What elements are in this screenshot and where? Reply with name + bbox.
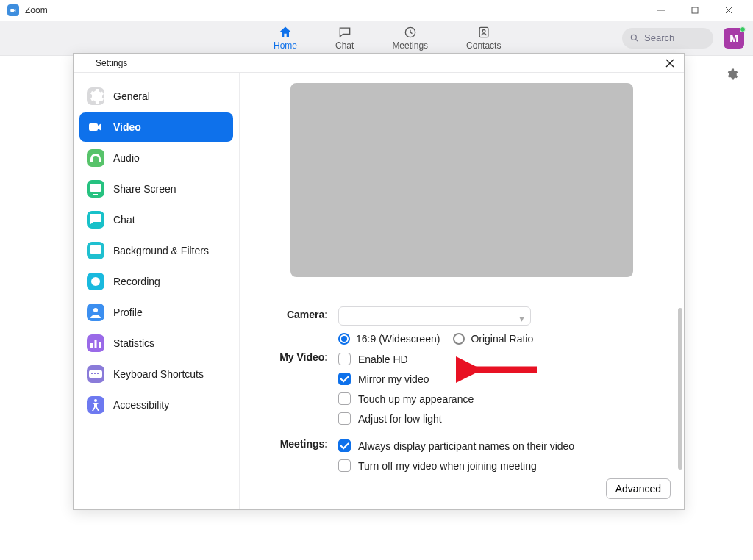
checkbox-icon — [338, 373, 351, 385]
profile-avatar[interactable]: M — [724, 28, 744, 49]
camera-label: Camera: — [260, 306, 338, 320]
statistics-icon — [87, 334, 104, 352]
ratio-original-radio[interactable]: Original Ratio — [453, 333, 533, 345]
svg-rect-20 — [95, 340, 97, 348]
sidebar-item-audio[interactable]: Audio — [79, 143, 233, 173]
meetings-names-checkbox[interactable]: Always display participant names on thei… — [338, 436, 663, 456]
settings-gear-button[interactable] — [725, 68, 738, 84]
checkbox-icon — [338, 392, 351, 405]
ratio-widescreen-radio[interactable]: 16:9 (Widescreen) — [338, 333, 440, 345]
sidebar-item-accessibility[interactable]: Accessibility — [79, 390, 233, 420]
sidebar-item-label: Statistics — [113, 337, 154, 349]
myvideo-mirror-checkbox[interactable]: Mirror my video — [338, 369, 663, 389]
sidebar-item-label: Profile — [113, 306, 143, 318]
sidebar-item-label: Accessibility — [113, 399, 169, 411]
svg-rect-23 — [91, 373, 93, 374]
profile-icon — [87, 304, 104, 321]
clock-icon — [403, 25, 418, 40]
meetings-videooff-label: Turn off my video when joining meeting — [358, 460, 537, 472]
sidebar-item-profile[interactable]: Profile — [79, 298, 233, 327]
settings-modal-header: Settings — [74, 54, 684, 73]
accessibility-icon — [87, 396, 104, 414]
video-icon — [87, 118, 104, 136]
radio-icon — [453, 333, 465, 345]
video-preview — [290, 83, 633, 277]
settings-close-button[interactable] — [663, 57, 677, 70]
bgfilters-icon — [87, 242, 104, 259]
contacts-icon — [477, 25, 491, 40]
svg-point-7 — [482, 30, 485, 33]
svg-rect-13 — [89, 123, 98, 131]
settings-modal-title: Settings — [96, 58, 127, 68]
myvideo-lowlight-checkbox[interactable]: Adjust for low light — [338, 409, 663, 428]
sidebar-item-label: General — [113, 90, 150, 102]
zoom-app-icon — [7, 4, 19, 16]
myvideo-hd-checkbox[interactable]: Enable HD — [338, 349, 663, 369]
share-icon — [87, 180, 104, 198]
meetings-names-label: Always display participant names on thei… — [358, 440, 574, 452]
sidebar-item-label: Chat — [113, 214, 135, 226]
shortcuts-icon — [87, 365, 104, 383]
advanced-button[interactable]: Advanced — [606, 478, 671, 499]
sidebar-item-shortcuts[interactable]: Keyboard Shortcuts — [79, 359, 233, 389]
myvideo-mirror-label: Mirror my video — [358, 373, 429, 385]
search-box[interactable]: Search — [622, 28, 713, 49]
home-icon — [278, 25, 293, 40]
myvideo-lowlight-label: Adjust for low light — [358, 413, 442, 425]
recording-icon — [87, 273, 104, 290]
svg-rect-24 — [94, 373, 96, 374]
svg-line-9 — [636, 39, 638, 41]
general-icon — [87, 87, 104, 105]
nav-meetings[interactable]: Meetings — [392, 25, 428, 51]
checkbox-icon — [338, 439, 351, 452]
sidebar-item-label: Share Screen — [113, 183, 176, 195]
window-minimize-button[interactable] — [644, 0, 678, 21]
checkbox-icon — [338, 459, 351, 472]
settings-panel-video: Camera: ▾ 16:9 (Widescreen) — [240, 73, 684, 509]
window-maximize-button[interactable] — [678, 0, 712, 21]
window-title: Zoom — [25, 5, 48, 15]
ratio-original-label: Original Ratio — [471, 333, 533, 345]
sidebar-item-bgfilters[interactable]: Background & Filters — [79, 236, 233, 265]
window-titlebar: Zoom — [0, 0, 753, 21]
svg-rect-0 — [10, 9, 14, 12]
main-top-nav: Home Chat Meetings Contacts Search M — [0, 21, 753, 56]
myvideo-touchup-checkbox[interactable]: Touch up my appearance — [338, 389, 663, 409]
nav-home[interactable]: Home — [274, 25, 297, 51]
sidebar-item-label: Background & Filters — [113, 245, 209, 256]
meetings-videooff-checkbox[interactable]: Turn off my video when joining meeting — [338, 456, 663, 475]
svg-point-17 — [91, 277, 100, 286]
chat-icon — [87, 211, 104, 229]
svg-rect-10 — [82, 61, 88, 65]
sidebar-item-general[interactable]: General — [79, 82, 233, 111]
myvideo-label: My Video: — [260, 349, 338, 363]
sidebar-item-statistics[interactable]: Statistics — [79, 329, 233, 358]
svg-rect-21 — [99, 342, 101, 348]
nav-chat-label: Chat — [335, 40, 354, 51]
checkbox-icon — [338, 353, 351, 365]
svg-point-18 — [93, 308, 98, 312]
search-icon — [629, 33, 640, 43]
ratio-widescreen-label: 16:9 (Widescreen) — [356, 333, 440, 345]
nav-tabs: Home Chat Meetings Contacts — [274, 25, 501, 51]
zoom-app-icon — [81, 58, 91, 68]
svg-rect-2 — [692, 7, 698, 13]
svg-rect-19 — [90, 343, 93, 348]
myvideo-touchup-label: Touch up my appearance — [358, 393, 474, 405]
camera-select[interactable]: ▾ — [338, 306, 531, 326]
window-close-button[interactable] — [712, 0, 746, 21]
nav-chat[interactable]: Chat — [335, 25, 354, 51]
svg-rect-25 — [97, 373, 99, 374]
chevron-down-icon: ▾ — [519, 312, 524, 324]
sidebar-item-video[interactable]: Video — [79, 112, 233, 142]
sidebar-item-share[interactable]: Share Screen — [79, 174, 233, 204]
checkbox-icon — [338, 412, 351, 425]
sidebar-item-label: Audio — [113, 152, 140, 164]
radio-icon — [338, 333, 350, 345]
sidebar-item-chat[interactable]: Chat — [79, 205, 233, 234]
nav-contacts[interactable]: Contacts — [466, 25, 501, 51]
settings-sidebar: GeneralVideoAudioShare ScreenChatBackgro… — [74, 73, 240, 509]
myvideo-hd-label: Enable HD — [358, 353, 408, 365]
scrollbar-thumb[interactable] — [678, 308, 682, 470]
sidebar-item-recording[interactable]: Recording — [79, 267, 233, 296]
